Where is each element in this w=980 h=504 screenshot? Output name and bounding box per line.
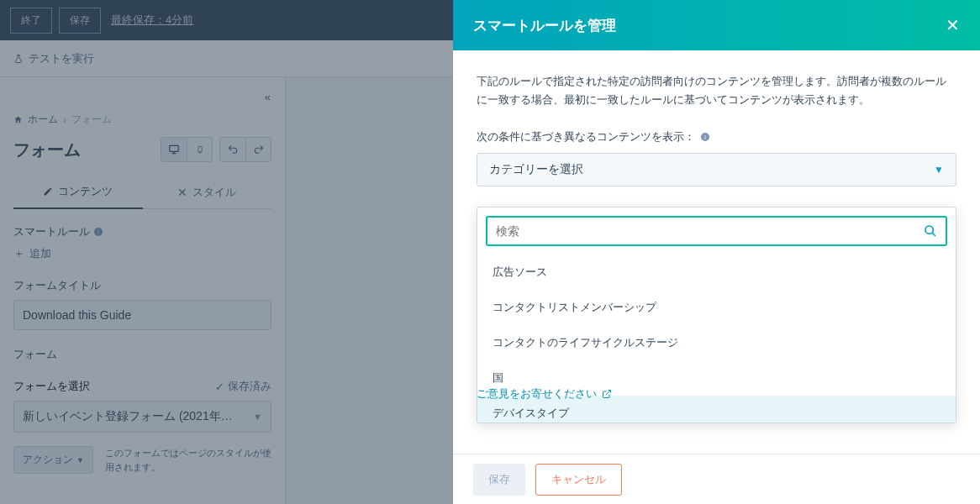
close-icon[interactable]: ✕ [946, 15, 960, 35]
category-select[interactable]: カテゴリーを選択 ▼ [477, 153, 956, 186]
drawer-title: スマートルールを管理 [473, 16, 616, 35]
dropdown-option[interactable]: コンタクトリストメンバーシップ [477, 290, 956, 325]
dropdown-search[interactable] [486, 216, 947, 246]
search-input[interactable] [496, 224, 924, 238]
svg-point-7 [925, 226, 933, 234]
drawer-footer: 保存 キャンセル [453, 454, 980, 504]
dropdown-option[interactable]: コンタクトのライフサイクルステージ [477, 325, 956, 360]
drawer-description: 下記のルールで指定された特定の訪問者向けのコンテンツを管理します。訪問者が複数の… [477, 72, 956, 109]
smartrule-drawer: スマートルールを管理 ✕ 下記のルールで指定された特定の訪問者向けのコンテンツを… [453, 0, 980, 504]
external-link-icon [602, 389, 612, 399]
dropdown-option[interactable]: 広告ソース [477, 255, 956, 290]
category-select-value: カテゴリーを選択 [489, 162, 583, 177]
info-icon[interactable]: i [700, 132, 710, 142]
drawer-save-button[interactable]: 保存 [473, 464, 525, 496]
drawer-cancel-button[interactable]: キャンセル [535, 464, 622, 496]
drawer-sublabel: 次の条件に基づき異なるコンテンツを表示： [477, 129, 695, 144]
chevron-down-icon: ▼ [934, 164, 944, 176]
search-icon [924, 224, 937, 238]
feedback-label: ご意見をお寄せください [477, 386, 597, 402]
drawer-header: スマートルールを管理 ✕ [453, 0, 980, 50]
feedback-link[interactable]: ご意見をお寄せください [477, 386, 612, 402]
